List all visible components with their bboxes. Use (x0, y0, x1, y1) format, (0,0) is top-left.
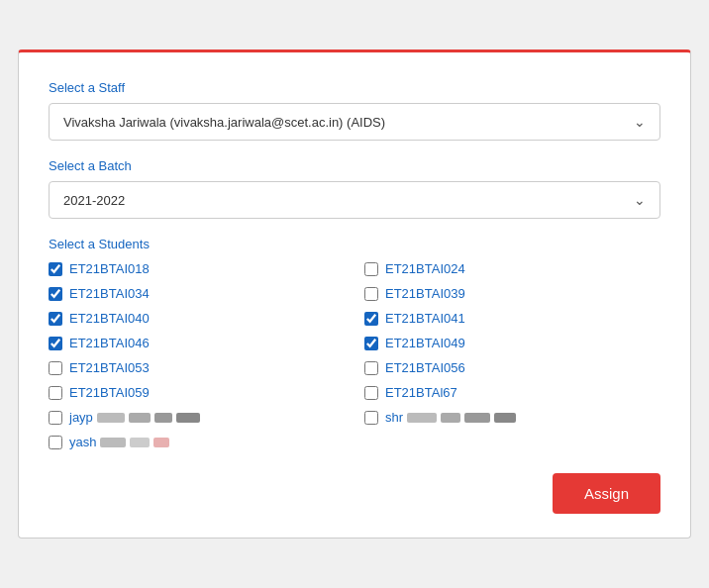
student-label-et21btai039: ET21BTAI039 (385, 286, 465, 301)
student-item-et21btai059: ET21BTAI059 (49, 385, 345, 400)
student-checkbox-et21btai056[interactable] (364, 361, 378, 375)
student-checkbox-et21btai059[interactable] (49, 386, 62, 400)
redacted-bar-2 (129, 413, 151, 423)
empty-cell (364, 435, 660, 449)
student-item-et21btai039: ET21BTAI039 (364, 286, 660, 301)
student-label-et21btai040: ET21BTAI040 (69, 311, 150, 326)
batch-dropdown-chevron: ⌄ (634, 192, 646, 208)
student-checkbox-et21btai039[interactable] (364, 287, 378, 301)
student-label-et21btai049: ET21BTAI049 (385, 336, 465, 350)
student-checkbox-et21btai034[interactable] (49, 287, 62, 301)
student-label-et21btai053: ET21BTAI053 (69, 360, 150, 375)
redacted-bar-9 (100, 438, 126, 447)
student-label-et21btai041: ET21BTAI041 (385, 311, 465, 326)
student-item-et21btai040: ET21BTAI040 (49, 311, 345, 326)
student-item-et21btai049: ET21BTAI049 (364, 336, 660, 350)
student-checkbox-shr[interactable] (364, 411, 378, 425)
student-checkbox-et21btai040[interactable] (49, 312, 62, 326)
staff-selected-value: Vivaksha Jariwala (vivaksha.jariwala@sce… (63, 115, 385, 130)
student-label-et21btai018: ET21BTAI018 (69, 261, 150, 276)
student-item-et21btai024: ET21BTAI024 (364, 261, 660, 276)
redacted-bar-6 (441, 413, 460, 423)
student-label-et21btai046: ET21BTAI046 (69, 336, 150, 350)
redacted-bar-10 (130, 438, 150, 447)
student-checkbox-et21btai041[interactable] (364, 312, 378, 326)
modal-footer: Assign (49, 473, 660, 514)
student-item-et21btai67: ET21BTAl67 (364, 385, 660, 400)
student-item-jayp: jayp (49, 410, 345, 425)
redacted-bar-3 (154, 413, 172, 423)
student-checkbox-yash[interactable] (49, 436, 62, 449)
student-label-yash: yash (69, 435, 169, 449)
assign-button[interactable]: Assign (553, 473, 660, 514)
redacted-bar-4 (176, 413, 200, 423)
student-label-shr: shr (385, 410, 516, 425)
batch-section-label: Select a Batch (49, 158, 660, 173)
student-item-et21btai056: ET21BTAI056 (364, 360, 660, 375)
redacted-bar-8 (494, 413, 516, 423)
student-label-et21btai059: ET21BTAI059 (69, 385, 150, 400)
student-checkbox-et21btai046[interactable] (49, 337, 62, 350)
staff-dropdown-chevron: ⌄ (634, 114, 646, 130)
student-checkbox-jayp[interactable] (49, 411, 62, 425)
student-item-et21btai046: ET21BTAI046 (49, 336, 345, 350)
redacted-bar-11 (153, 438, 169, 447)
assign-modal: Select a Staff Vivaksha Jariwala (vivaks… (18, 49, 691, 539)
students-grid: ET21BTAI018 ET21BTAI024 ET21BTAI034 ET21… (49, 261, 660, 449)
students-section-label: Select a Students (49, 237, 660, 251)
student-item-et21btai034: ET21BTAI034 (49, 286, 345, 301)
student-item-et21btai018: ET21BTAI018 (49, 261, 345, 276)
student-label-et21btai024: ET21BTAI024 (385, 261, 465, 276)
student-label-jayp: jayp (69, 410, 200, 425)
student-checkbox-et21btai67[interactable] (364, 386, 378, 400)
student-checkbox-et21btai018[interactable] (49, 262, 62, 276)
student-checkbox-et21btai049[interactable] (364, 337, 378, 350)
redacted-bar-5 (407, 413, 437, 423)
student-checkbox-et21btai024[interactable] (364, 262, 378, 276)
student-label-et21btai034: ET21BTAI034 (69, 286, 150, 301)
student-item-yash: yash (49, 435, 345, 449)
staff-section-label: Select a Staff (49, 80, 660, 95)
batch-dropdown[interactable]: 2021-2022 ⌄ (49, 181, 660, 219)
batch-selected-value: 2021-2022 (63, 193, 125, 208)
student-checkbox-et21btai053[interactable] (49, 361, 62, 375)
student-item-shr: shr (364, 410, 660, 425)
student-label-et21btai056: ET21BTAI056 (385, 360, 465, 375)
staff-dropdown[interactable]: Vivaksha Jariwala (vivaksha.jariwala@sce… (49, 103, 660, 141)
student-label-et21btai67: ET21BTAl67 (385, 385, 457, 400)
student-item-et21btai041: ET21BTAI041 (364, 311, 660, 326)
redacted-bar-1 (97, 413, 125, 423)
redacted-bar-7 (464, 413, 490, 423)
student-item-et21btai053: ET21BTAI053 (49, 360, 345, 375)
